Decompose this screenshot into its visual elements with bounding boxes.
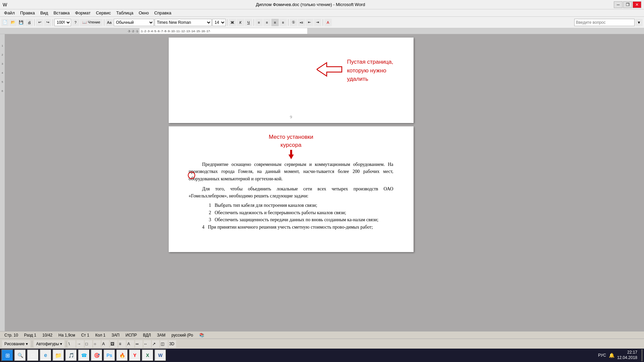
title-bar: W Диплом Фомичев.doc (только чтение) - M… <box>0 0 644 9</box>
title-bar-icon: W <box>3 2 7 7</box>
ruler-content: ·3··2··1· ·1··2··3··4··5··6··7··8··9··10… <box>0 28 644 34</box>
menu-format[interactable]: Формат <box>72 10 93 16</box>
ellipse-tool-btn[interactable]: ○ <box>93 340 101 348</box>
annotation-line1: Пустая страница, <box>347 59 393 65</box>
indent-decrease-btn[interactable]: ⇤ <box>306 19 313 26</box>
yandex-btn[interactable]: Y <box>129 349 141 361</box>
save-btn[interactable]: 💾 <box>17 19 25 26</box>
fill-color-btn[interactable]: ≡ <box>118 340 126 348</box>
sep6 <box>288 19 288 26</box>
drawing-menu-btn[interactable]: Рисование ▾ <box>2 340 30 348</box>
menu-window[interactable]: Окно <box>136 10 151 16</box>
insert-wordart-btn[interactable]: A <box>102 340 109 348</box>
doc-list-item-3: 3 Обеспечить защищенность передачи данны… <box>209 216 393 224</box>
3d-btn[interactable]: 3D <box>169 340 176 348</box>
explorer-btn[interactable]: 📁 <box>52 349 64 361</box>
underline-btn[interactable]: Ч <box>245 19 252 26</box>
search-input[interactable] <box>574 19 635 26</box>
taskbar-show-desktop-btn[interactable] <box>641 349 643 361</box>
menu-view[interactable]: Вид <box>38 10 51 16</box>
start-button[interactable]: ⊞ <box>1 349 13 361</box>
excel-btn[interactable]: X <box>142 349 154 361</box>
photoshop-btn[interactable]: Ps <box>103 349 115 361</box>
new-btn[interactable]: 📄 <box>1 19 9 26</box>
zoom-info-btn[interactable]: ? <box>72 19 79 26</box>
undo-btn[interactable]: ↩ <box>36 19 43 26</box>
align-left-btn[interactable]: ≡ <box>255 19 263 26</box>
down-arrow-svg <box>287 150 295 159</box>
dash-btn[interactable]: -- <box>144 340 151 348</box>
ruler-num-1: 1 <box>2 44 3 47</box>
taskbar: ⊞ 🔍 □ e 📁 🎵 ☎ 🎯 Ps 🔥 Y X W РУС 🔔 22:17 1… <box>0 349 644 362</box>
word-btn[interactable]: W <box>154 349 166 361</box>
insert-clipart-btn[interactable]: 🖼 <box>110 340 117 348</box>
sep7 <box>323 19 323 26</box>
menu-edit[interactable]: Правка <box>17 10 38 16</box>
arrow-left-icon <box>317 61 343 78</box>
font-size-select[interactable]: 14 <box>212 19 226 26</box>
cursor-annotation: Место установки курсора <box>189 133 393 159</box>
title-bar-title: Диплом Фомичев.doc (только чтение) - Mic… <box>7 2 614 7</box>
style-select[interactable]: Обычный <box>114 19 154 26</box>
menu-table[interactable]: Таблица <box>113 10 136 16</box>
rocket-btn[interactable]: 🎯 <box>91 349 103 361</box>
font-select[interactable]: Times New Roman <box>155 19 212 26</box>
search-taskbar-btn[interactable]: 🔍 <box>14 349 26 361</box>
sep5 <box>254 19 254 26</box>
page-number-9: 9 <box>290 114 292 120</box>
rect-tool-btn[interactable]: □ <box>85 340 92 348</box>
menu-help[interactable]: Справка <box>152 10 174 16</box>
arrow-tool-btn[interactable]: → <box>76 340 84 348</box>
time-display: 22:17 <box>617 350 637 355</box>
media-btn[interactable]: 🎵 <box>65 349 77 361</box>
minimize-button[interactable]: ─ <box>614 1 623 8</box>
autoshapes-btn[interactable]: Автофигуры ▾ <box>34 340 65 348</box>
skype-btn[interactable]: ☎ <box>78 349 90 361</box>
drawing-toolbar: Рисование ▾ Автофигуры ▾ \ → □ ○ A 🖼 ≡ A… <box>0 339 644 349</box>
edge-btn[interactable]: e <box>40 349 52 361</box>
align-justify-btn[interactable]: ≡ <box>279 19 287 26</box>
menu-service[interactable]: Сервис <box>93 10 114 16</box>
shadow-btn[interactable]: ◫ <box>160 340 168 348</box>
italic-btn[interactable]: К <box>237 19 244 26</box>
bullets-btn[interactable]: •≡ <box>298 19 305 26</box>
lines-btn[interactable]: ═ <box>135 340 143 348</box>
restore-button[interactable]: ❐ <box>623 1 632 8</box>
numbering-btn[interactable]: ① <box>290 19 297 26</box>
taskbar-notification-icon: 🔔 <box>609 353 614 358</box>
font-color-draw-btn[interactable]: A <box>127 340 134 348</box>
menu-insert[interactable]: Вставка <box>51 10 72 16</box>
doc-paragraph-1: Предприятие оснащено современным серверн… <box>189 161 393 183</box>
svg-marker-0 <box>317 63 342 76</box>
open-btn[interactable]: 📂 <box>9 19 17 26</box>
status-vdl: ВДЛ <box>141 333 153 338</box>
menu-file[interactable]: Файл <box>1 10 17 16</box>
close-button[interactable]: ✕ <box>633 1 641 8</box>
indent-increase-btn[interactable]: ⇥ <box>314 19 321 26</box>
annotation-line3: удалить <box>347 76 368 82</box>
line-tool-btn[interactable]: \ <box>68 340 75 348</box>
draw-sep-2 <box>66 341 66 347</box>
task-view-btn[interactable]: □ <box>27 349 39 361</box>
ruler-num-6: 6 <box>2 89 3 93</box>
annotation-line2: которую нужно <box>347 67 386 74</box>
title-bar-controls: ─ ❐ ✕ <box>614 1 641 8</box>
status-position: На 1,9см <box>57 333 77 338</box>
bold-btn[interactable]: Ж <box>229 19 236 26</box>
taskbar-time: 22:17 12.04.2018 <box>617 350 637 360</box>
arrow-style-btn[interactable]: ↗ <box>152 340 159 348</box>
svg-marker-1 <box>288 150 294 159</box>
redo-btn[interactable]: ↪ <box>44 19 51 26</box>
firefox-btn[interactable]: 🔥 <box>116 349 128 361</box>
search-dropdown-btn[interactable]: ▼ <box>635 19 643 26</box>
left-ruler: 1 2 3 4 5 6 <box>0 34 5 331</box>
doc-list-item-1: 1 Выбрать тип кабеля для построения кана… <box>209 202 393 209</box>
styles-icon[interactable]: Аа <box>106 19 113 26</box>
font-color-btn[interactable]: A <box>324 19 332 26</box>
print-btn[interactable]: 🖨 <box>25 19 33 26</box>
zoom-select[interactable]: 100% <box>54 19 71 26</box>
sep4 <box>227 19 227 26</box>
align-center-btn[interactable]: ≡ <box>263 19 271 26</box>
align-right-btn[interactable]: ≡ <box>271 19 279 26</box>
reading-btn[interactable]: 📖 Чтение <box>80 19 103 26</box>
